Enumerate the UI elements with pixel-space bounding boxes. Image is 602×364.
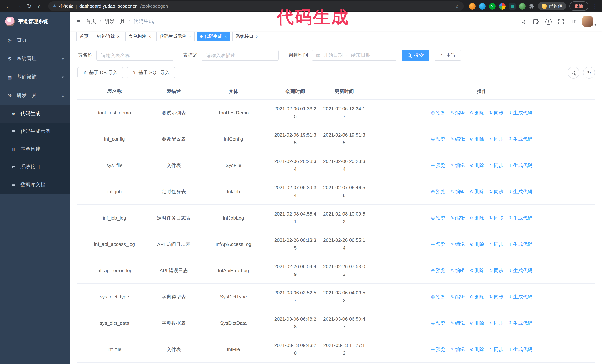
fullscreen-icon[interactable] bbox=[558, 19, 564, 24]
profile-paused-chip[interactable]: 已暂停 bbox=[538, 2, 566, 10]
action-preview[interactable]: ◎预览 bbox=[431, 293, 445, 301]
extension-icon-green-v[interactable]: V bbox=[489, 3, 496, 10]
action-sync[interactable]: ↻同步 bbox=[489, 293, 504, 301]
address-bar[interactable]: ⚠ 不安全 | dashboard.yudao.iocoder.cn /tool… bbox=[48, 1, 464, 11]
search-button[interactable]: 搜索 bbox=[402, 50, 429, 61]
action-generate[interactable]: ↧生成代码 bbox=[509, 188, 532, 196]
action-delete[interactable]: ⊘删除 bbox=[470, 161, 484, 169]
action-generate[interactable]: ↧生成代码 bbox=[509, 109, 532, 117]
chrome-menu-icon[interactable]: ⋮ bbox=[592, 3, 598, 9]
action-delete[interactable]: ⊘删除 bbox=[470, 214, 484, 222]
import-db-button[interactable]: ⇧ 基于 DB 导入 bbox=[77, 67, 123, 78]
action-generate[interactable]: ↧生成代码 bbox=[509, 267, 532, 274]
tab-首页[interactable]: 首页 bbox=[76, 32, 92, 41]
action-preview[interactable]: ◎预览 bbox=[431, 267, 445, 274]
sidebar-item-db-doc[interactable]: ≣数据库文档 bbox=[0, 176, 70, 194]
action-delete[interactable]: ⊘删除 bbox=[470, 188, 484, 196]
action-edit[interactable]: ✎编辑 bbox=[451, 161, 465, 169]
breadcrumb-item[interactable]: 研发工具 bbox=[104, 18, 125, 25]
action-delete[interactable]: ⊘删除 bbox=[470, 345, 484, 353]
sidebar-item-api[interactable]: ⇄系统接口 bbox=[0, 158, 70, 176]
action-sync[interactable]: ↻同步 bbox=[489, 240, 504, 248]
extensions-puzzle-icon[interactable] bbox=[529, 3, 535, 9]
action-generate[interactable]: ↧生成代码 bbox=[509, 161, 532, 169]
forward-icon[interactable]: → bbox=[14, 1, 24, 11]
action-delete[interactable]: ⊘删除 bbox=[470, 319, 484, 327]
close-icon[interactable]: × bbox=[189, 34, 191, 39]
action-edit[interactable]: ✎编辑 bbox=[451, 240, 465, 248]
action-sync[interactable]: ↻同步 bbox=[489, 267, 504, 274]
font-size-icon[interactable]: TT bbox=[570, 19, 576, 24]
action-delete[interactable]: ⊘删除 bbox=[470, 293, 484, 301]
action-preview[interactable]: ◎预览 bbox=[431, 240, 445, 248]
action-delete[interactable]: ⊘删除 bbox=[470, 109, 484, 117]
close-icon[interactable]: × bbox=[148, 34, 151, 39]
hamburger-icon[interactable]: ≡ bbox=[76, 18, 81, 25]
action-edit[interactable]: ✎编辑 bbox=[451, 135, 465, 143]
refresh-table-button[interactable]: ↻ bbox=[583, 67, 595, 79]
action-sync[interactable]: ↻同步 bbox=[489, 135, 504, 143]
extension-icon-multicolor[interactable] bbox=[499, 3, 506, 10]
table-name-input[interactable] bbox=[96, 50, 173, 61]
action-preview[interactable]: ◎预览 bbox=[431, 345, 445, 353]
app-logo[interactable]: 芋道管理系统 bbox=[0, 12, 70, 31]
tab-代码生成示例[interactable]: 代码生成示例× bbox=[156, 32, 195, 41]
extension-icon-dark-card[interactable] bbox=[509, 3, 516, 10]
extension-icon-orange[interactable] bbox=[469, 3, 476, 10]
action-delete[interactable]: ⊘删除 bbox=[470, 267, 484, 274]
sidebar-item-infra[interactable]: ▦基础设施▾ bbox=[0, 68, 70, 86]
action-generate[interactable]: ↧生成代码 bbox=[509, 293, 532, 301]
action-sync[interactable]: ↻同步 bbox=[489, 188, 504, 196]
sidebar-item-devtools[interactable]: ⚒研发工具▴ bbox=[0, 86, 70, 105]
action-edit[interactable]: ✎编辑 bbox=[451, 345, 465, 353]
action-sync[interactable]: ↻同步 bbox=[489, 214, 504, 222]
action-delete[interactable]: ⊘删除 bbox=[470, 135, 484, 143]
action-sync[interactable]: ↻同步 bbox=[489, 319, 504, 327]
action-preview[interactable]: ◎预览 bbox=[431, 319, 445, 327]
table-desc-input[interactable] bbox=[202, 50, 279, 61]
action-generate[interactable]: ↧生成代码 bbox=[509, 319, 532, 327]
action-edit[interactable]: ✎编辑 bbox=[451, 293, 465, 301]
date-range-picker[interactable]: ▦ 开始日期 - 结束日期 bbox=[312, 50, 396, 61]
action-edit[interactable]: ✎编辑 bbox=[451, 267, 465, 274]
action-sync[interactable]: ↻同步 bbox=[489, 345, 504, 353]
action-preview[interactable]: ◎预览 bbox=[431, 109, 445, 117]
sidebar-item-codegen-example[interactable]: ▤代码生成示例 bbox=[0, 123, 70, 140]
close-icon[interactable]: × bbox=[225, 34, 227, 39]
action-generate[interactable]: ↧生成代码 bbox=[509, 214, 532, 222]
toggle-search-button[interactable] bbox=[568, 67, 580, 79]
close-icon[interactable]: × bbox=[117, 34, 120, 39]
action-preview[interactable]: ◎预览 bbox=[431, 135, 445, 143]
action-delete[interactable]: ⊘删除 bbox=[470, 240, 484, 248]
tab-系统接口[interactable]: 系统接口× bbox=[232, 32, 262, 41]
action-preview[interactable]: ◎预览 bbox=[431, 188, 445, 196]
action-edit[interactable]: ✎编辑 bbox=[451, 109, 465, 117]
action-sync[interactable]: ↻同步 bbox=[489, 109, 504, 117]
help-icon[interactable]: ? bbox=[545, 18, 552, 25]
action-generate[interactable]: ↧生成代码 bbox=[509, 240, 532, 248]
sidebar-item-codegen[interactable]: ‹/›代码生成 bbox=[0, 105, 70, 123]
search-icon[interactable] bbox=[521, 19, 526, 24]
action-edit[interactable]: ✎编辑 bbox=[451, 214, 465, 222]
action-preview[interactable]: ◎预览 bbox=[431, 161, 445, 169]
tab-链路追踪[interactable]: 链路追踪× bbox=[94, 32, 123, 41]
action-edit[interactable]: ✎编辑 bbox=[451, 188, 465, 196]
action-generate[interactable]: ↧生成代码 bbox=[509, 345, 532, 353]
action-generate[interactable]: ↧生成代码 bbox=[509, 135, 532, 143]
extension-icon-blue-drop[interactable] bbox=[479, 3, 486, 10]
breadcrumb-item[interactable]: 首页 bbox=[86, 18, 96, 25]
github-icon[interactable] bbox=[533, 19, 539, 24]
action-edit[interactable]: ✎编辑 bbox=[451, 319, 465, 327]
close-icon[interactable]: × bbox=[256, 34, 258, 39]
chrome-update-button[interactable]: 更新 bbox=[570, 1, 588, 11]
action-preview[interactable]: ◎预览 bbox=[431, 214, 445, 222]
user-menu[interactable]: ▾ bbox=[582, 16, 596, 27]
sidebar-item-home[interactable]: ◷首页 bbox=[0, 31, 70, 49]
reset-button[interactable]: ↻ 重置 bbox=[435, 50, 461, 61]
home-icon[interactable]: ⌂ bbox=[35, 1, 44, 11]
action-sync[interactable]: ↻同步 bbox=[489, 161, 504, 169]
import-sql-button[interactable]: ⇧ 基于 SQL 导入 bbox=[127, 67, 175, 78]
reload-icon[interactable]: ↻ bbox=[24, 1, 34, 11]
back-icon[interactable]: ← bbox=[4, 1, 13, 11]
sidebar-item-system[interactable]: ⚙系统管理▾ bbox=[0, 49, 70, 68]
